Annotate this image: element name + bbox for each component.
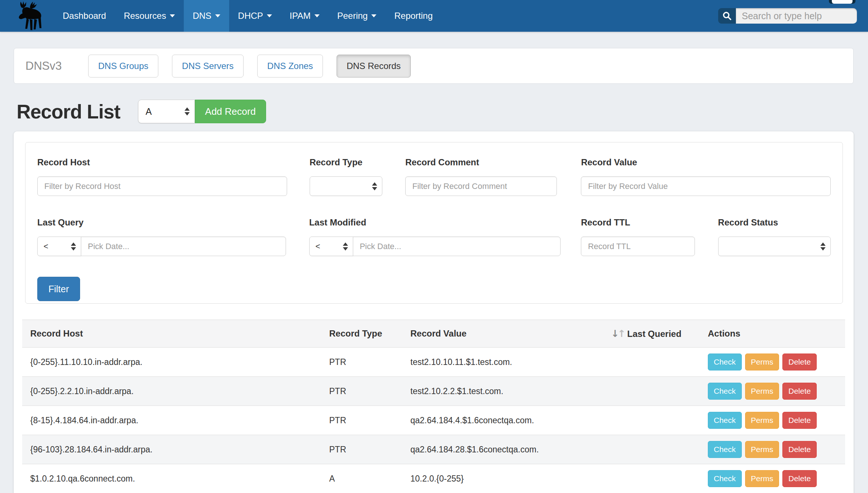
- nav-label: Dashboard: [63, 11, 106, 21]
- select-stepper-icon: [820, 242, 826, 251]
- table-header-row: Record Host Record Type Record Value ↓↑L…: [22, 320, 845, 348]
- header-last-queried[interactable]: ↓↑Last Queried: [607, 320, 703, 348]
- record-comment-filter-input[interactable]: [405, 176, 557, 196]
- record-value-label: Record Value: [581, 157, 831, 168]
- perms-button[interactable]: Perms: [745, 441, 779, 458]
- row-actions: Check Perms Delete: [708, 377, 841, 406]
- search-input[interactable]: [736, 8, 857, 24]
- record-host-label: Record Host: [37, 157, 287, 168]
- table-row: {0-255}.11.10.10.in-addr.arpa. PTR test2…: [22, 348, 845, 377]
- nav-label: Reporting: [394, 11, 433, 21]
- record-status-label: Record Status: [718, 217, 831, 228]
- delete-button[interactable]: Delete: [782, 470, 817, 487]
- select-stepper-icon: [185, 107, 190, 116]
- nav-label: Peering: [337, 11, 368, 21]
- perms-button[interactable]: Perms: [745, 354, 779, 370]
- header-record-type: Record Type: [325, 320, 406, 348]
- header-label: Last Queried: [627, 329, 682, 339]
- dns-section-tabs: DNS Groups DNS Servers DNS Zones DNS Rec…: [88, 55, 411, 77]
- nav-item-reporting[interactable]: Reporting: [385, 0, 441, 32]
- nav-item-ipam[interactable]: IPAM: [281, 0, 328, 32]
- selected-value: <: [44, 242, 48, 251]
- record-type-filter-select[interactable]: [310, 176, 383, 196]
- tab-dns-records[interactable]: DNS Records: [337, 55, 411, 77]
- record-status-filter-select[interactable]: [718, 237, 831, 256]
- record-type-label: Record Type: [310, 157, 383, 168]
- selected-record-type: A: [146, 106, 152, 117]
- delete-button[interactable]: Delete: [782, 383, 817, 400]
- add-record-group: A Add Record: [138, 100, 266, 123]
- row-actions: Check Perms Delete: [708, 435, 841, 464]
- dnsv3-panel: DNSv3 DNS Groups DNS Servers DNS Zones D…: [14, 48, 854, 84]
- last-query-date-input[interactable]: [81, 237, 286, 256]
- record-value-filter-input[interactable]: [581, 176, 831, 196]
- cell-record-host: {0-255}.11.10.10.in-addr.arpa.: [22, 348, 325, 377]
- records-table: Record Host Record Type Record Value ↓↑L…: [22, 320, 845, 493]
- nav-item-dns[interactable]: DNS: [184, 0, 229, 32]
- filter-button[interactable]: Filter: [37, 277, 80, 301]
- perms-button[interactable]: Perms: [745, 470, 779, 487]
- cell-record-value: 10.2.0.{0-255}: [406, 464, 607, 493]
- nav-item-resources[interactable]: Resources: [115, 0, 184, 32]
- dnsv3-title: DNSv3: [25, 59, 88, 73]
- last-query-label: Last Query: [37, 217, 286, 228]
- tab-dns-zones[interactable]: DNS Zones: [257, 55, 323, 77]
- delete-button[interactable]: Delete: [782, 354, 817, 370]
- record-type-add-select[interactable]: A: [138, 100, 195, 123]
- row-actions: Check Perms Delete: [708, 348, 841, 376]
- row-actions: Check Perms Delete: [708, 464, 841, 493]
- moose-logo-icon[interactable]: [15, 1, 52, 31]
- select-stepper-icon: [343, 242, 348, 251]
- sort-up-down-icon[interactable]: ↓↑: [611, 328, 626, 339]
- nav-item-dhcp[interactable]: DHCP: [229, 0, 281, 32]
- cell-record-value: test2.10.2.2.$1.test.com.: [406, 377, 607, 406]
- nav-item-peering[interactable]: Peering: [328, 0, 386, 32]
- cell-record-value: qa2.64.184.4.$1.6conectqa.com.: [406, 406, 607, 435]
- check-button[interactable]: Check: [708, 354, 742, 370]
- cell-last-queried: [607, 348, 703, 377]
- table-row: {0-255}.2.2.10.in-addr.arpa. PTR test2.1…: [22, 377, 845, 406]
- nav-item-dashboard[interactable]: Dashboard: [54, 0, 115, 32]
- delete-button[interactable]: Delete: [782, 412, 817, 429]
- perms-button[interactable]: Perms: [745, 383, 779, 400]
- cell-record-host: {8-15}.4.184.64.in-addr.arpa.: [22, 406, 325, 435]
- search-icon[interactable]: [718, 8, 736, 24]
- nav-label: DHCP: [238, 11, 263, 21]
- check-button[interactable]: Check: [708, 441, 742, 458]
- select-stepper-icon: [71, 242, 76, 251]
- record-ttl-filter-input[interactable]: [581, 237, 695, 256]
- top-navbar: Dashboard Resources DNS DHCP IPAM Peerin…: [0, 0, 868, 32]
- chevron-down-icon: [170, 14, 175, 17]
- tab-dns-servers[interactable]: DNS Servers: [172, 55, 244, 77]
- table-row: {96-103}.28.184.64.in-addr.arpa. PTR qa2…: [22, 435, 845, 464]
- last-modified-comparator-select[interactable]: <: [309, 237, 353, 256]
- last-query-comparator-select[interactable]: <: [37, 237, 81, 256]
- delete-button[interactable]: Delete: [782, 441, 817, 458]
- row-actions: Check Perms Delete: [708, 406, 841, 435]
- record-list-header: Record List A Add Record: [17, 100, 266, 123]
- cell-record-type: PTR: [325, 377, 406, 406]
- cell-record-host: {0-255}.2.2.10.in-addr.arpa.: [22, 377, 325, 406]
- window-chrome-artifact: [829, 0, 855, 4]
- perms-button[interactable]: Perms: [745, 412, 779, 429]
- filter-card: Record Host Record Type Record Comment R…: [25, 142, 843, 304]
- cell-last-queried: [607, 464, 703, 493]
- record-host-filter-input[interactable]: [37, 176, 287, 196]
- check-button[interactable]: Check: [708, 470, 742, 487]
- cell-last-queried: [607, 377, 703, 406]
- chevron-down-icon: [215, 14, 220, 17]
- check-button[interactable]: Check: [708, 412, 742, 429]
- add-record-button[interactable]: Add Record: [195, 100, 266, 123]
- nav-label: DNS: [193, 11, 211, 21]
- records-panel: Record Host Record Type Record Comment R…: [14, 131, 854, 493]
- table-row: $1.0.2.10.qa.6connect.com. A 10.2.0.{0-2…: [22, 464, 845, 493]
- page-title: Record List: [17, 100, 120, 123]
- tab-dns-groups[interactable]: DNS Groups: [88, 55, 158, 77]
- cell-record-type: PTR: [325, 406, 406, 435]
- cell-record-value: test2.10.10.11.$1.test.com.: [406, 348, 607, 377]
- last-modified-date-input[interactable]: [353, 237, 561, 256]
- cell-record-type: PTR: [325, 348, 406, 377]
- check-button[interactable]: Check: [708, 383, 742, 400]
- cell-record-host: {96-103}.28.184.64.in-addr.arpa.: [22, 435, 325, 464]
- global-search: [718, 8, 857, 24]
